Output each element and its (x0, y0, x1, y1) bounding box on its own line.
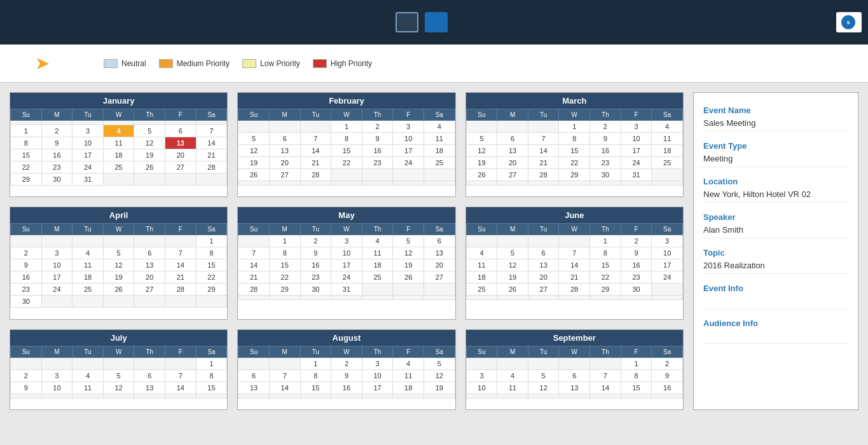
cal-day[interactable]: 8 (590, 247, 621, 259)
cal-day[interactable]: 5 (528, 369, 559, 381)
cal-day[interactable] (559, 181, 590, 186)
cal-day[interactable]: 11 (652, 133, 683, 145)
cal-day[interactable]: 7 (559, 247, 590, 259)
cal-day[interactable]: 31 (72, 174, 104, 186)
cal-day[interactable] (424, 181, 455, 186)
cal-day[interactable] (238, 181, 270, 186)
cal-day[interactable]: 19 (103, 271, 134, 284)
cal-day[interactable]: 2 (331, 357, 362, 369)
cal-day[interactable]: 14 (196, 137, 227, 149)
cal-day[interactable] (165, 174, 196, 186)
cal-day[interactable]: 20 (424, 259, 455, 271)
cal-day[interactable]: 16 (621, 259, 652, 271)
cal-day[interactable] (238, 235, 270, 247)
cal-day[interactable] (134, 121, 165, 125)
cal-day[interactable]: 18 (72, 271, 104, 284)
cal-day[interactable]: 30 (590, 169, 621, 181)
cal-day[interactable]: 8 (559, 133, 590, 145)
cal-day[interactable]: 15 (621, 381, 652, 394)
cal-day[interactable]: 7 (165, 369, 196, 381)
cal-day[interactable]: 6 (165, 125, 196, 137)
cal-day[interactable]: 28 (559, 284, 590, 296)
cal-day[interactable]: 13 (134, 381, 165, 394)
cal-day[interactable] (362, 169, 393, 181)
cal-day[interactable]: 2 (362, 121, 393, 133)
cal-day[interactable]: 1 (196, 235, 227, 247)
cal-day[interactable] (238, 121, 270, 133)
cal-day[interactable]: 12 (497, 259, 528, 271)
cal-day[interactable]: 25 (466, 284, 497, 296)
cal-day[interactable] (238, 296, 270, 300)
cal-day[interactable]: 10 (652, 247, 683, 259)
cal-day[interactable] (103, 394, 134, 398)
cal-day[interactable]: 12 (393, 247, 424, 259)
cal-day[interactable]: 1 (11, 125, 42, 137)
cal-day[interactable]: 4 (72, 369, 104, 381)
cal-day[interactable]: 20 (528, 271, 559, 284)
cal-day[interactable]: 13 (269, 145, 300, 157)
cal-day[interactable] (300, 296, 331, 300)
cal-day[interactable]: 11 (424, 133, 455, 145)
cal-day[interactable] (11, 235, 42, 247)
cal-day[interactable]: 31 (621, 169, 652, 181)
cal-day[interactable] (165, 394, 196, 398)
cal-day[interactable]: 23 (41, 161, 72, 174)
cal-day[interactable]: 2 (621, 235, 652, 247)
cal-day[interactable]: 15 (196, 381, 227, 394)
cal-day[interactable]: 4 (652, 121, 683, 133)
cal-day[interactable] (134, 174, 165, 186)
cal-day[interactable]: 2 (590, 121, 621, 133)
cal-day[interactable]: 5 (466, 133, 497, 145)
cal-day[interactable]: 21 (165, 271, 196, 284)
cal-day[interactable]: 17 (652, 259, 683, 271)
cal-day[interactable] (331, 296, 362, 300)
cal-day[interactable] (41, 121, 72, 125)
cal-day[interactable]: 1 (196, 357, 227, 369)
cal-day[interactable] (497, 181, 528, 186)
cal-day[interactable]: 26 (393, 271, 424, 284)
cal-day[interactable]: 15 (196, 259, 227, 271)
cal-day[interactable] (134, 357, 165, 369)
cal-day[interactable]: 11 (103, 137, 134, 149)
cal-day[interactable]: 4 (466, 247, 497, 259)
cal-day[interactable]: 13 (528, 259, 559, 271)
cal-day[interactable] (196, 296, 227, 308)
cal-day[interactable]: 9 (652, 369, 683, 381)
cal-day[interactable]: 27 (134, 284, 165, 296)
cal-day[interactable]: 11 (497, 381, 528, 394)
cal-day[interactable] (528, 357, 559, 369)
cal-day[interactable]: 20 (134, 271, 165, 284)
cal-day[interactable]: 8 (621, 369, 652, 381)
cal-day[interactable]: 6 (134, 247, 165, 259)
cal-day[interactable] (331, 394, 362, 398)
cal-day[interactable]: 8 (196, 369, 227, 381)
cal-day[interactable] (41, 235, 72, 247)
cal-day[interactable] (424, 284, 455, 296)
cal-day[interactable]: 24 (621, 157, 652, 169)
cal-day[interactable] (528, 121, 559, 133)
cal-day[interactable]: 2 (41, 125, 72, 137)
cal-day[interactable]: 3 (72, 125, 104, 137)
cal-day[interactable] (424, 169, 455, 181)
cal-day[interactable]: 25 (652, 157, 683, 169)
cal-day[interactable]: 10 (331, 247, 362, 259)
cal-day[interactable]: 29 (11, 174, 42, 186)
cal-day[interactable] (41, 296, 72, 308)
cal-day[interactable]: 3 (652, 235, 683, 247)
cal-day[interactable] (134, 394, 165, 398)
cal-day[interactable]: 16 (590, 145, 621, 157)
cal-day[interactable]: 10 (362, 369, 393, 381)
cal-day[interactable] (424, 394, 455, 398)
cal-day[interactable] (269, 296, 300, 300)
cal-day[interactable]: 11 (72, 381, 104, 394)
cal-day[interactable] (652, 394, 683, 398)
cal-day[interactable]: 11 (362, 247, 393, 259)
cal-day[interactable] (466, 235, 497, 247)
cal-day[interactable] (362, 181, 393, 186)
cal-day[interactable] (528, 394, 559, 398)
cal-day[interactable]: 9 (11, 259, 42, 271)
cal-day[interactable] (466, 357, 497, 369)
cal-day[interactable] (269, 394, 300, 398)
cal-day[interactable]: 1 (269, 235, 300, 247)
cal-day[interactable] (196, 174, 227, 186)
